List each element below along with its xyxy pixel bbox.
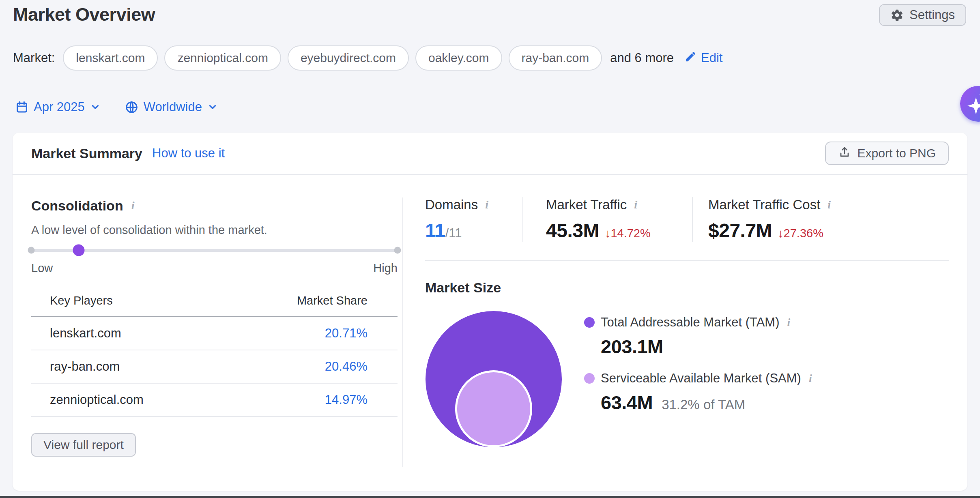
info-icon[interactable] [826, 199, 832, 210]
market-traffic-value: 45.3M [546, 219, 599, 242]
domains-total: /11 [445, 226, 462, 240]
filters-row: Apr 2025 Worldwide [0, 97, 980, 117]
col-header-key-players: Key Players [50, 294, 113, 307]
stat-domains: Domains 11 /11 [425, 197, 522, 242]
col-header-market-share: Market Share [297, 294, 368, 307]
region-filter[interactable]: Worldwide [125, 100, 218, 114]
market-chip: lenskart.com [63, 45, 158, 71]
stat-market-traffic: Market Traffic 45.3M ↓14.72% [522, 197, 692, 242]
stats-row: Domains 11 /11 Market Traffic 45.3M [425, 197, 949, 242]
edit-market-link[interactable]: Edit [684, 50, 722, 66]
slider-track [31, 249, 398, 252]
region-filter-value: Worldwide [144, 100, 202, 114]
player-domain: ray-ban.com [50, 359, 120, 374]
tam-circle [426, 311, 562, 447]
market-chip: oakley.com [415, 45, 502, 71]
tam-value: 203.1M [601, 335, 663, 358]
bottom-edge [0, 496, 980, 498]
slider-knob[interactable] [73, 245, 85, 256]
date-filter[interactable]: Apr 2025 [15, 100, 101, 114]
export-png-label: Export to PNG [858, 146, 936, 160]
calendar-icon [15, 101, 28, 114]
chevron-down-icon [90, 102, 101, 112]
stat-market-traffic-cost: Market Traffic Cost $27.7M ↓27.36% [692, 197, 949, 242]
market-traffic-change: ↓14.72% [605, 227, 651, 240]
tam-label: Total Addressable Market (TAM) [601, 314, 779, 331]
more-domains-text: and 6 more [610, 51, 674, 65]
slider-low-label: Low [31, 261, 53, 275]
market-size-chart: Total Addressable Market (TAM) 203.1M Se… [425, 310, 949, 450]
market-chip: zennioptical.com [164, 45, 281, 71]
market-chip: eyebuydirect.com [288, 45, 409, 71]
market-traffic-cost-value: $27.7M [708, 219, 772, 242]
market-summary-card: Market Summary How to use it Export to P… [13, 133, 967, 491]
sam-circle [455, 370, 532, 447]
view-full-report-button[interactable]: View full report [31, 433, 136, 457]
panel-divider [402, 197, 403, 467]
market-stats-panel: Domains 11 /11 Market Traffic 45.3M [425, 197, 949, 457]
settings-button[interactable]: Settings [879, 4, 966, 26]
page-title: Market Overview [13, 4, 155, 25]
market-traffic-cost-label: Market Traffic Cost [708, 197, 820, 213]
table-row: zennioptical.com 14.97% [31, 384, 398, 417]
sam-share-of-tam: 31.2% of TAM [662, 397, 745, 412]
tam-legend-row: Total Addressable Market (TAM) [584, 314, 814, 331]
market-size-legend: Total Addressable Market (TAM) 203.1M Se… [584, 314, 814, 414]
player-share-link[interactable]: 14.97% [325, 393, 368, 407]
slider-end-dot [394, 247, 401, 254]
market-bar: Market: lenskart.com zennioptical.com ey… [0, 45, 980, 71]
info-icon[interactable] [807, 373, 814, 384]
stats-divider [425, 260, 949, 261]
domains-value: 11 [425, 219, 445, 242]
info-icon[interactable] [785, 317, 792, 328]
market-traffic-cost-change: ↓27.36% [778, 227, 823, 240]
player-domain: zennioptical.com [50, 393, 144, 407]
player-share-link[interactable]: 20.71% [325, 326, 368, 341]
slider-start-dot [28, 247, 35, 254]
sam-dot-icon [584, 373, 595, 384]
page-header: Market Overview Settings [0, 0, 980, 26]
sam-legend-row: Serviceable Available Market (SAM) [584, 370, 814, 386]
pencil-icon [684, 50, 697, 66]
table-row: lenskart.com 20.71% [31, 317, 398, 350]
consolidation-panel: Consolidation A low level of consolidati… [31, 197, 398, 457]
card-body: Consolidation A low level of consolidati… [13, 175, 967, 457]
sam-value: 63.4M [601, 391, 653, 414]
table-row: ray-ban.com 20.46% [31, 350, 398, 384]
slider-high-label: High [373, 261, 398, 275]
player-domain: lenskart.com [50, 326, 121, 341]
tam-dot-icon [584, 317, 595, 328]
globe-icon [125, 101, 138, 114]
settings-button-label: Settings [909, 8, 955, 22]
key-players-table: Key Players Market Share lenskart.com 20… [31, 294, 398, 417]
date-filter-value: Apr 2025 [34, 100, 85, 114]
export-png-button[interactable]: Export to PNG [825, 142, 949, 165]
info-icon[interactable] [484, 199, 490, 210]
table-header: Key Players Market Share [31, 294, 398, 317]
info-icon[interactable] [130, 200, 136, 211]
market-size-title: Market Size [425, 279, 949, 296]
sam-label: Serviceable Available Market (SAM) [601, 370, 801, 386]
chevron-down-icon [207, 102, 218, 112]
sparkles-icon [967, 97, 980, 117]
card-title: Market Summary [31, 146, 142, 161]
market-chip: ray-ban.com [509, 45, 602, 71]
upload-icon [838, 146, 851, 161]
how-to-use-link[interactable]: How to use it [152, 146, 225, 161]
consolidation-slider [31, 245, 398, 256]
market-label: Market: [13, 51, 55, 65]
card-header: Market Summary How to use it Export to P… [13, 133, 967, 175]
player-share-link[interactable]: 20.46% [325, 359, 368, 374]
consolidation-title: Consolidation [31, 197, 123, 215]
market-traffic-label: Market Traffic [546, 197, 627, 213]
consolidation-description: A low level of consolidation within the … [31, 223, 398, 237]
domains-label: Domains [425, 197, 478, 213]
edit-link-label: Edit [701, 51, 722, 65]
info-icon[interactable] [632, 199, 639, 210]
gear-icon [890, 9, 904, 22]
